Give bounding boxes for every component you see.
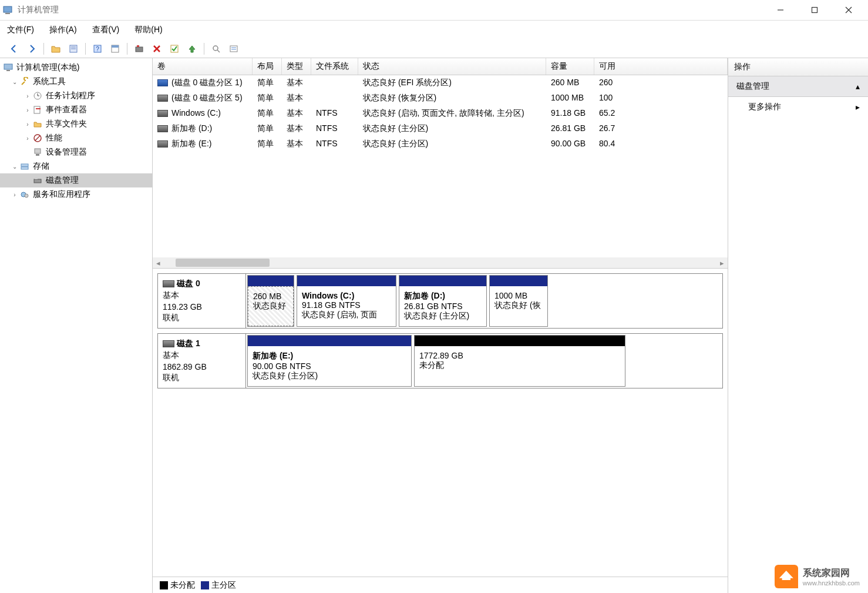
- storage-icon: [19, 161, 31, 172]
- svg-rect-22: [6, 70, 10, 71]
- expand-icon[interactable]: ›: [23, 93, 32, 99]
- tree-diskmgmt[interactable]: 磁盘管理: [0, 173, 152, 187]
- tree-services[interactable]: › 服务和应用程序: [0, 187, 152, 202]
- actions-more[interactable]: 更多操作 ▸: [728, 97, 868, 117]
- actions-header: 操作: [728, 58, 868, 76]
- partition-header: [399, 276, 486, 286]
- tree-performance[interactable]: › 性能: [0, 131, 152, 145]
- expand-icon[interactable]: ›: [23, 121, 32, 128]
- toolbar-separator: [204, 43, 204, 55]
- tree-storage[interactable]: ⌄ 存储: [0, 159, 152, 173]
- menu-file[interactable]: 文件(F): [6, 22, 35, 38]
- volume-row[interactable]: 新加卷 (D:)简单基本NTFS状态良好 (主分区)26.81 GB26.7: [153, 121, 728, 136]
- tree-label: 磁盘管理: [46, 175, 79, 186]
- svg-rect-34: [34, 179, 41, 183]
- view-icon[interactable]: [108, 42, 122, 56]
- volume-row[interactable]: (磁盘 0 磁盘分区 1)简单基本状态良好 (EFI 系统分区)260 MB26…: [153, 75, 728, 91]
- volume-row[interactable]: 新加卷 (E:)简单基本NTFS状态良好 (主分区)90.00 GB80.4: [153, 136, 728, 152]
- menu-help[interactable]: 帮助(H): [133, 22, 163, 38]
- legend-bar: 未分配 主分区: [153, 577, 728, 593]
- partition[interactable]: Windows (C:)91.18 GB NTFS状态良好 (启动, 页面: [297, 275, 396, 327]
- partition[interactable]: 新加卷 (E:)90.00 GB NTFS状态良好 (主分区): [247, 335, 412, 387]
- scroll-right-icon[interactable]: ▸: [716, 259, 728, 267]
- tree-systools-label: 系统工具: [33, 76, 66, 87]
- partition[interactable]: 260 MB状态良好: [247, 275, 294, 327]
- partition[interactable]: 1772.89 GB未分配: [414, 335, 625, 387]
- services-icon: [19, 189, 31, 200]
- tree-root[interactable]: 计算机管理(本地): [0, 61, 152, 75]
- center-panel: 卷 布局 类型 文件系统 状态 容量 可用 (磁盘 0 磁盘分区 1)简单基本状…: [153, 58, 728, 593]
- disk0-state: 联机: [163, 313, 241, 323]
- search-icon[interactable]: [209, 42, 223, 56]
- collapse-icon[interactable]: ⌄: [11, 79, 19, 85]
- expand-icon[interactable]: ›: [11, 192, 19, 198]
- tree-eventviewer[interactable]: › 事件查看器: [0, 103, 152, 117]
- partition-header: [248, 276, 294, 286]
- menu-action[interactable]: 操作(A): [48, 22, 78, 38]
- scroll-left-icon[interactable]: ◂: [153, 259, 164, 267]
- col-status[interactable]: 状态: [358, 58, 546, 75]
- disk0-title: 磁盘 0: [177, 279, 200, 288]
- disk0-row: 磁盘 0 基本 119.23 GB 联机 260 MB状态良好Windows (…: [157, 273, 723, 329]
- expand-icon[interactable]: ›: [23, 107, 32, 113]
- collapse-icon[interactable]: ⌄: [11, 163, 19, 170]
- properties-icon[interactable]: [66, 42, 80, 56]
- partition-header: [248, 336, 411, 346]
- check-icon[interactable]: [167, 42, 181, 56]
- watermark-title: 系统家园网: [803, 567, 860, 579]
- svg-rect-0: [4, 6, 12, 12]
- col-free[interactable]: 可用: [594, 58, 728, 75]
- close-button[interactable]: [832, 1, 866, 19]
- col-layout[interactable]: 布局: [253, 58, 282, 75]
- svg-rect-21: [4, 64, 12, 69]
- volume-table: 卷 布局 类型 文件系统 状态 容量 可用 (磁盘 0 磁盘分区 1)简单基本状…: [153, 58, 728, 269]
- folder-icon[interactable]: [49, 42, 63, 56]
- toolbar-separator: [43, 43, 44, 55]
- partition[interactable]: 新加卷 (D:)26.81 GB NTFS状态良好 (主分区): [399, 275, 487, 327]
- legend-primary: 主分区: [201, 580, 236, 591]
- volume-icon: [157, 79, 168, 86]
- expand-icon[interactable]: ›: [23, 135, 32, 142]
- tools-icon: [19, 76, 31, 87]
- col-volume[interactable]: 卷: [153, 58, 253, 75]
- svg-rect-14: [137, 45, 139, 47]
- disk-graphic-panel: 磁盘 0 基本 119.23 GB 联机 260 MB状态良好Windows (…: [153, 269, 728, 577]
- tree-label: 事件查看器: [46, 105, 87, 115]
- disk0-label[interactable]: 磁盘 0 基本 119.23 GB 联机: [158, 274, 246, 328]
- volume-row[interactable]: (磁盘 0 磁盘分区 5)简单基本状态良好 (恢复分区)1000 MB100: [153, 91, 728, 106]
- col-type[interactable]: 类型: [282, 58, 311, 75]
- drive-icon: [163, 280, 174, 287]
- tree-devicemgr[interactable]: 设备管理器: [0, 145, 152, 159]
- app-icon: [2, 5, 13, 15]
- col-capacity[interactable]: 容量: [546, 58, 594, 75]
- svg-rect-3: [812, 8, 817, 13]
- tree-label: 服务和应用程序: [33, 189, 90, 200]
- volume-table-body: (磁盘 0 磁盘分区 1)简单基本状态良好 (EFI 系统分区)260 MB26…: [153, 75, 728, 257]
- help-icon[interactable]: ?: [90, 42, 105, 56]
- tree-sharedfolders[interactable]: › 共享文件夹: [0, 117, 152, 131]
- maximize-button[interactable]: [798, 1, 832, 19]
- list-icon[interactable]: [227, 42, 241, 56]
- horizontal-scrollbar[interactable]: ◂ ▸: [153, 257, 728, 268]
- tree-label: 任务计划程序: [46, 91, 95, 101]
- delete-icon[interactable]: [150, 42, 164, 56]
- disk0-size: 119.23 GB: [163, 302, 241, 311]
- col-fs[interactable]: 文件系统: [311, 58, 358, 75]
- disk1-size: 1862.89 GB: [163, 362, 241, 371]
- volume-row[interactable]: Windows (C:)简单基本NTFS状态良好 (启动, 页面文件, 故障转储…: [153, 106, 728, 121]
- refresh-icon[interactable]: [132, 42, 146, 56]
- back-button[interactable]: [7, 42, 21, 56]
- watermark: 系统家园网 www.hnzkhbsb.com: [766, 560, 868, 593]
- partition[interactable]: 1000 MB状态良好 (恢: [489, 275, 548, 327]
- tree-taskscheduler[interactable]: › 任务计划程序: [0, 89, 152, 103]
- menu-view[interactable]: 查看(V): [91, 22, 121, 38]
- svg-rect-12: [112, 45, 119, 48]
- actions-category[interactable]: 磁盘管理 ▴: [728, 76, 868, 97]
- tree-systools[interactable]: ⌄ 系统工具: [0, 75, 152, 89]
- tree-label: 性能: [46, 133, 62, 143]
- disk1-label[interactable]: 磁盘 1 基本 1862.89 GB 联机: [158, 334, 246, 388]
- scroll-thumb[interactable]: [176, 259, 270, 267]
- minimize-button[interactable]: [763, 1, 798, 19]
- forward-button[interactable]: [25, 42, 39, 56]
- up-icon[interactable]: [185, 42, 199, 56]
